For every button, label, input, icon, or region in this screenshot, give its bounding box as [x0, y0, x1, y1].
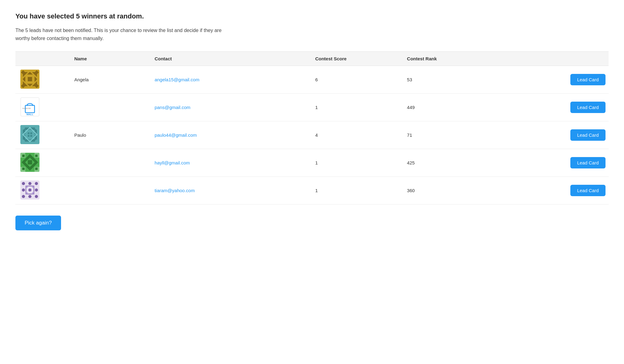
svg-point-52 — [32, 192, 34, 194]
svg-rect-38 — [35, 168, 38, 170]
contest-rank: 53 — [402, 66, 505, 94]
col-header-rank: Contest Rank — [402, 52, 505, 66]
svg-point-50 — [32, 186, 34, 188]
lead-card-cell: Lead Card — [505, 121, 609, 149]
svg-point-46 — [28, 195, 31, 198]
lead-contact[interactable]: hayll@gmail.com — [150, 149, 310, 177]
lead-card-cell: Lead Card — [505, 94, 609, 121]
avatar — [15, 66, 69, 94]
svg-point-49 — [26, 186, 28, 188]
contest-rank: 449 — [402, 94, 505, 121]
avatar — [15, 177, 69, 204]
svg-rect-35 — [22, 155, 25, 157]
lead-card-cell: Lead Card — [505, 66, 609, 94]
lead-card-cell: Lead Card — [505, 177, 609, 204]
pick-again-button[interactable]: Pick again? — [15, 216, 61, 230]
lead-name — [69, 94, 150, 121]
contact-link[interactable]: paulo44@gmail.com — [154, 132, 197, 138]
lead-name: Paulo — [69, 121, 150, 149]
contact-link[interactable]: angela15@gmail.com — [154, 77, 199, 82]
lead-card-cell: Lead Card — [505, 149, 609, 177]
svg-point-45 — [22, 195, 25, 198]
svg-rect-37 — [22, 168, 25, 170]
svg-point-53 — [28, 188, 31, 192]
lead-card-button[interactable]: Lead Card — [570, 102, 606, 113]
avatar — [15, 149, 69, 177]
page-title: You have selected 5 winners at random. — [15, 12, 609, 20]
lead-card-button[interactable]: Lead Card — [570, 129, 606, 141]
svg-rect-36 — [35, 155, 38, 157]
svg-point-47 — [35, 195, 38, 198]
svg-text:MALL: MALL — [27, 113, 33, 116]
lead-name — [69, 149, 150, 177]
svg-point-12 — [27, 105, 28, 106]
contest-score: 4 — [310, 121, 402, 149]
table-row: MALL RANDOM pans@gmail.com1449Lead Card — [15, 94, 609, 121]
avatar: MALL RANDOM — [15, 94, 69, 121]
lead-contact[interactable]: paulo44@gmail.com — [150, 121, 310, 149]
table-row: hayll@gmail.com1425Lead Card — [15, 149, 609, 177]
svg-rect-3 — [28, 77, 32, 81]
lead-contact[interactable]: pans@gmail.com — [150, 94, 310, 121]
svg-rect-30 — [28, 160, 32, 164]
lead-name: Angela — [69, 66, 150, 94]
lead-contact[interactable]: angela15@gmail.com — [150, 66, 310, 94]
contact-link[interactable]: tiaram@yahoo.com — [154, 188, 195, 193]
contest-rank: 360 — [402, 177, 505, 204]
lead-card-button[interactable]: Lead Card — [570, 185, 606, 196]
col-header-name: Name — [69, 52, 150, 66]
contest-score: 1 — [310, 94, 402, 121]
lead-contact[interactable]: tiaram@yahoo.com — [150, 177, 310, 204]
svg-point-40 — [22, 182, 25, 185]
svg-point-13 — [32, 105, 33, 106]
table-header-row: Name Contact Contest Score Contest Rank — [15, 52, 609, 66]
contest-score: 1 — [310, 149, 402, 177]
winners-table: Name Contact Contest Score Contest Rank … — [15, 51, 609, 204]
svg-point-43 — [22, 188, 25, 192]
svg-point-41 — [28, 182, 31, 185]
lead-card-button[interactable]: Lead Card — [570, 74, 606, 85]
svg-point-44 — [35, 188, 38, 192]
table-row: Angelaangela15@gmail.com653Lead Card — [15, 66, 609, 94]
contest-score: 6 — [310, 66, 402, 94]
table-row: Paulopaulo44@gmail.com471Lead Card — [15, 121, 609, 149]
contest-rank: 425 — [402, 149, 505, 177]
col-header-action — [505, 52, 609, 66]
page-description: The 5 leads have not been notified. This… — [15, 26, 231, 42]
table-row: tiaram@yahoo.com1360Lead Card — [15, 177, 609, 204]
contest-rank: 71 — [402, 121, 505, 149]
svg-point-42 — [35, 182, 38, 185]
lead-name — [69, 177, 150, 204]
avatar — [15, 121, 69, 149]
contact-link[interactable]: pans@gmail.com — [154, 105, 190, 110]
svg-text:RANDOM: RANDOM — [23, 107, 31, 109]
col-header-contact: Contact — [150, 52, 310, 66]
contest-score: 1 — [310, 177, 402, 204]
contact-link[interactable]: hayll@gmail.com — [154, 160, 190, 165]
lead-card-button[interactable]: Lead Card — [570, 157, 606, 168]
col-header-score: Contest Score — [310, 52, 402, 66]
col-header-avatar — [15, 52, 69, 66]
svg-point-51 — [26, 192, 28, 194]
